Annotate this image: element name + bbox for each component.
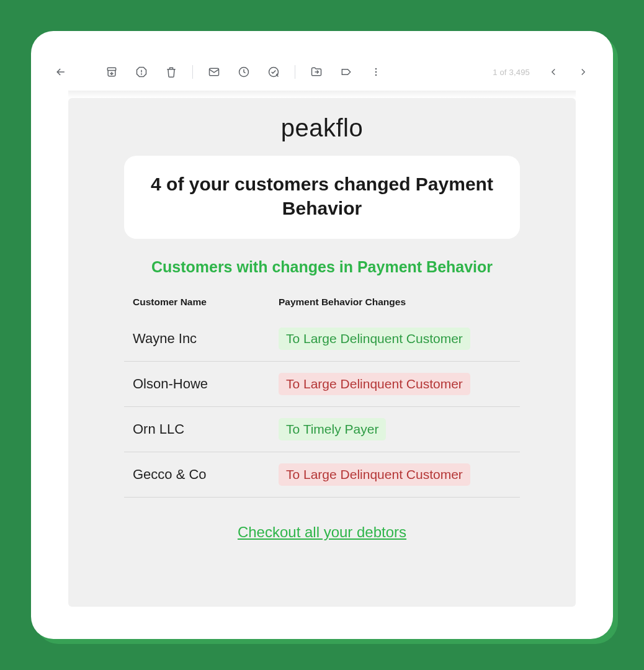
behavior-badge: To Large Delinquent Customer xyxy=(279,373,470,395)
email-preview-card: 1 of 3,495 peakflo 4 of your customers c… xyxy=(31,31,613,639)
behavior-badge: To Large Delinquent Customer xyxy=(279,328,470,350)
table-row: Wayne Inc To Large Delinquent Customer xyxy=(124,316,520,362)
add-task-icon[interactable] xyxy=(261,60,286,84)
toolbar-separator xyxy=(192,65,193,79)
table-row: Olson-Howe To Large Delinquent Customer xyxy=(124,362,520,407)
email-body: peakflo 4 of your customers changed Paym… xyxy=(68,98,576,607)
col-header-name: Customer Name xyxy=(133,297,279,308)
headline-card: 4 of your customers changed Payment Beha… xyxy=(124,156,520,239)
brand-logo: peakflo xyxy=(68,114,576,142)
archive-icon[interactable] xyxy=(99,60,124,84)
report-spam-icon[interactable] xyxy=(129,60,154,84)
back-arrow-icon[interactable] xyxy=(48,60,73,84)
svg-point-11 xyxy=(375,71,377,73)
behavior-table: Customer Name Payment Behavior Changes W… xyxy=(124,297,520,498)
customer-name: Olson-Howe xyxy=(133,376,279,392)
customer-name: Wayne Inc xyxy=(133,331,279,347)
behavior-badge: To Large Delinquent Customer xyxy=(279,463,470,486)
snooze-icon[interactable] xyxy=(231,60,256,84)
table-header: Customer Name Payment Behavior Changes xyxy=(124,297,520,316)
footer-link-wrap: Checkout all your debtors xyxy=(68,524,576,541)
svg-point-10 xyxy=(375,68,377,70)
col-header-change: Payment Behavior Changes xyxy=(279,297,511,308)
prev-icon[interactable] xyxy=(541,60,566,84)
checkout-debtors-link[interactable]: Checkout all your debtors xyxy=(238,524,406,540)
customer-name: Gecco & Co xyxy=(133,467,279,483)
svg-point-3 xyxy=(141,74,142,74)
delete-icon[interactable] xyxy=(159,60,184,84)
table-row: Gecco & Co To Large Delinquent Customer xyxy=(124,452,520,498)
svg-rect-0 xyxy=(107,68,115,70)
toolbar-shadow xyxy=(68,91,576,98)
move-to-icon[interactable] xyxy=(304,60,329,84)
customer-name: Orn LLC xyxy=(133,421,279,437)
message-count: 1 of 3,495 xyxy=(493,68,530,77)
svg-point-12 xyxy=(375,74,377,76)
mark-unread-icon[interactable] xyxy=(202,60,226,84)
headline-text: 4 of your customers changed Payment Beha… xyxy=(143,172,501,220)
more-icon[interactable] xyxy=(364,60,388,84)
behavior-badge: To Timely Payer xyxy=(279,418,386,440)
table-row: Orn LLC To Timely Payer xyxy=(124,407,520,452)
labels-icon[interactable] xyxy=(334,60,359,84)
toolbar-separator xyxy=(295,65,295,79)
email-toolbar: 1 of 3,495 xyxy=(31,53,613,91)
next-icon[interactable] xyxy=(571,60,596,84)
section-subhead: Customers with changes in Payment Behavi… xyxy=(68,256,576,278)
